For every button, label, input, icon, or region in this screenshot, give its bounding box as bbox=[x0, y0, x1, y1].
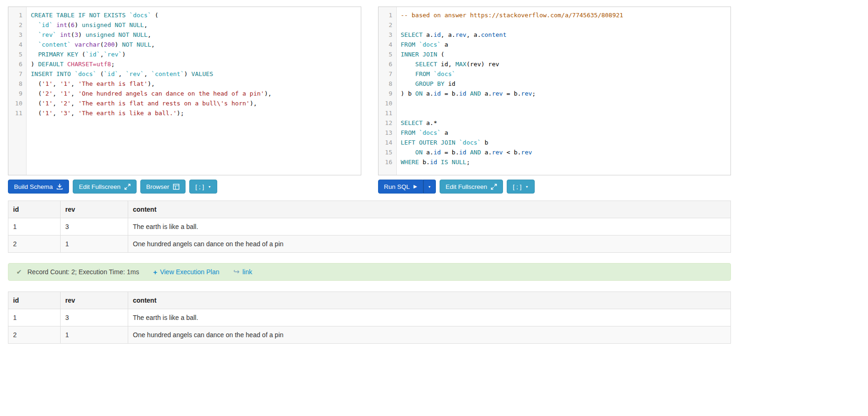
query-toolbar: Run SQL ▶ ▼ Edit Fullscreen [ ; ] ▼ bbox=[378, 180, 731, 194]
code-line[interactable]: 10 ('1', '2', 'The earth is flat and res… bbox=[8, 98, 361, 108]
browser-button[interactable]: Browser bbox=[140, 180, 186, 194]
line-number: 13 bbox=[379, 128, 396, 138]
plus-icon: + bbox=[153, 269, 157, 276]
run-sql-dropdown-toggle[interactable]: ▼ bbox=[423, 180, 436, 194]
code-line[interactable]: 6 SELECT id, MAX(rev) rev bbox=[379, 59, 731, 69]
schema-terminator-dropdown[interactable]: [ ; ] ▼ bbox=[189, 180, 217, 194]
code-token: a.* bbox=[422, 119, 437, 126]
code-token: rev bbox=[492, 149, 503, 156]
code-line[interactable]: 1CREATE TABLE IF NOT EXISTS `docs` ( bbox=[8, 10, 361, 20]
code-line[interactable]: 11 bbox=[379, 108, 731, 118]
result-permalink[interactable]: ↪ link bbox=[234, 268, 252, 276]
code-token: '2' bbox=[60, 100, 71, 107]
result-cell: One hundred angels can dance on the head… bbox=[128, 236, 731, 253]
code-line[interactable]: 11 ('1', '3', 'The earth is like a ball.… bbox=[8, 108, 361, 118]
code-token: , bbox=[53, 100, 60, 107]
code-token: , bbox=[53, 80, 60, 87]
line-number: 8 bbox=[379, 79, 396, 89]
query-editor[interactable]: 1-- based on answer https://stackoverflo… bbox=[378, 7, 731, 175]
code-line[interactable]: 2 `id` int(6) unsigned NOT NULL, bbox=[8, 20, 361, 30]
code-token: '2' bbox=[41, 90, 52, 97]
code-line[interactable]: 9) b ON a.id = b.id AND a.rev = b.rev; bbox=[379, 89, 731, 98]
code-line[interactable]: 2 bbox=[379, 20, 731, 30]
build-schema-button[interactable]: Build Schema bbox=[8, 180, 69, 194]
line-number: 2 bbox=[379, 20, 396, 30]
code-line[interactable]: 4FROM `docs` a bbox=[379, 40, 731, 49]
code-token: ; bbox=[466, 159, 470, 166]
code-line[interactable]: 8 ('1', '1', 'The earth is flat'), bbox=[8, 79, 361, 89]
code-line[interactable]: 12SELECT a.* bbox=[379, 118, 731, 128]
column-header: id bbox=[8, 292, 61, 309]
code-token: ( bbox=[96, 70, 104, 77]
code-line[interactable]: 1-- based on answer https://stackoverflo… bbox=[379, 10, 731, 20]
code-line[interactable]: 16WHERE b.id IS NULL; bbox=[379, 157, 731, 167]
code-token: content bbox=[481, 31, 507, 38]
terminator-label: [ ; ] bbox=[513, 183, 522, 190]
code-token: rev bbox=[455, 31, 466, 38]
code-token: ), bbox=[264, 90, 272, 97]
code-line[interactable]: 5INNER JOIN ( bbox=[379, 49, 731, 59]
code-token: rev bbox=[521, 149, 532, 156]
code-line[interactable]: 8 GROUP BY id bbox=[379, 79, 731, 89]
code-token: a. bbox=[422, 90, 433, 97]
code-line[interactable]: 3SELECT a.id, a.rev, a.content bbox=[379, 30, 731, 40]
code-token: VALUES bbox=[191, 70, 213, 77]
caret-down-icon: ▼ bbox=[525, 185, 529, 188]
line-number: 7 bbox=[379, 69, 396, 79]
code-token bbox=[437, 159, 441, 166]
code-token: ON bbox=[415, 149, 423, 156]
schema-edit-fullscreen-button[interactable]: Edit Fullscreen bbox=[73, 180, 136, 194]
result-cell: 2 bbox=[8, 326, 61, 344]
code-line[interactable]: 3 `rev` int(3) unsigned NOT NULL, bbox=[8, 30, 361, 40]
query-panel: 1-- based on answer https://stackoverflo… bbox=[378, 7, 731, 201]
code-token: `docs` bbox=[129, 12, 151, 19]
code-line[interactable]: 10 bbox=[379, 98, 731, 108]
run-sql-label: Run SQL bbox=[384, 183, 410, 190]
code-token: ( bbox=[31, 80, 41, 87]
run-sql-button[interactable]: Run SQL ▶ bbox=[378, 180, 423, 194]
line-number: 14 bbox=[379, 138, 396, 147]
code-token: , bbox=[151, 41, 155, 48]
code-line[interactable]: 14LEFT OUTER JOIN `docs` b bbox=[379, 138, 731, 147]
code-token: id, bbox=[437, 61, 455, 68]
code-token: ( bbox=[31, 90, 41, 97]
code-token: `content` bbox=[151, 70, 184, 77]
code-token: `docs` bbox=[75, 70, 96, 77]
code-token: , a. bbox=[441, 31, 455, 38]
code-token: ( bbox=[100, 41, 104, 48]
column-header: rev bbox=[61, 201, 128, 218]
line-number: 3 bbox=[8, 30, 26, 40]
code-line[interactable]: 9 ('2', '1', 'One hundred angels can dan… bbox=[8, 89, 361, 98]
code-line[interactable]: 4 `content` varchar(200) NOT NULL, bbox=[8, 40, 361, 49]
query-terminator-dropdown[interactable]: [ ; ] ▼ bbox=[507, 180, 535, 194]
query-edit-fullscreen-button[interactable]: Edit Fullscreen bbox=[440, 180, 503, 194]
code-line[interactable]: 5 PRIMARY KEY (`id`,`rev`) bbox=[8, 49, 361, 59]
code-token: PRIMARY KEY bbox=[38, 51, 78, 58]
code-line[interactable]: 15 ON a.id = b.id AND a.rev < b.rev bbox=[379, 147, 731, 157]
code-token: `id` bbox=[104, 70, 118, 77]
code-token: `docs` bbox=[419, 41, 441, 48]
code-token: 6 bbox=[71, 21, 75, 28]
line-number: 8 bbox=[8, 79, 26, 89]
code-line[interactable]: 13FROM `docs` a bbox=[379, 128, 731, 138]
code-token: GROUP BY bbox=[415, 80, 445, 87]
code-token: INNER JOIN bbox=[401, 51, 437, 58]
code-line[interactable]: 6) DEFAULT CHARSET=utf8; bbox=[8, 59, 361, 69]
caret-down-icon: ▼ bbox=[428, 185, 431, 188]
code-line[interactable]: 7INSERT INTO `docs` (`id`, `rev`, `conte… bbox=[8, 69, 361, 79]
code-line[interactable]: 7 FROM `docs` bbox=[379, 69, 731, 79]
code-token bbox=[31, 41, 38, 48]
code-token: INSERT INTO bbox=[31, 70, 75, 77]
code-token: a. bbox=[422, 149, 433, 156]
schema-editor[interactable]: 1CREATE TABLE IF NOT EXISTS `docs` (2 `i… bbox=[8, 7, 361, 175]
result-row: 21One hundred angels can dance on the he… bbox=[8, 236, 731, 253]
code-token: < b. bbox=[503, 149, 521, 156]
result-table-2: idrevcontent13The earth is like a ball.2… bbox=[8, 291, 731, 344]
code-token: `docs` bbox=[434, 70, 455, 77]
line-number: 1 bbox=[379, 10, 396, 20]
result-cell: The earth is like a ball. bbox=[128, 218, 731, 236]
check-icon: ✔ bbox=[16, 268, 22, 276]
expand-icon bbox=[124, 184, 131, 190]
code-token: ( bbox=[151, 12, 158, 19]
view-execution-plan-link[interactable]: + View Execution Plan bbox=[153, 268, 219, 276]
